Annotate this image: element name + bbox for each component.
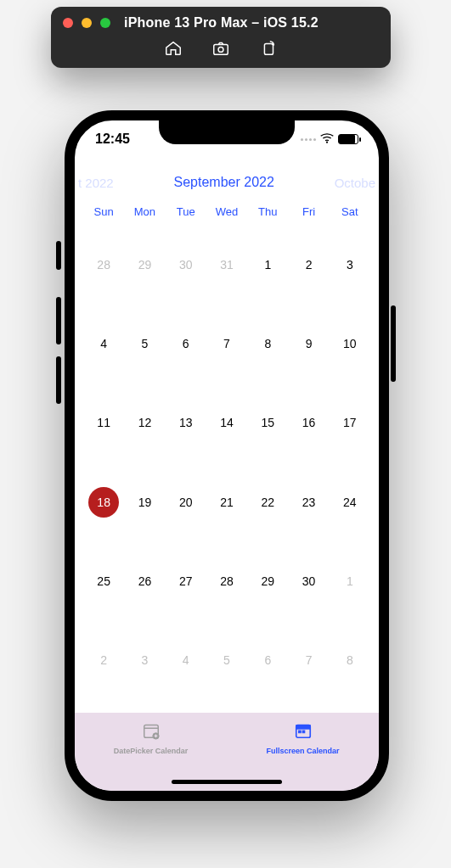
phone-volume-down [56, 356, 61, 404]
calendar-day[interactable]: 1 [247, 225, 288, 304]
calendar-day[interactable]: 25 [83, 541, 124, 620]
calendar-day[interactable]: 3 [124, 621, 165, 700]
svg-rect-8 [298, 731, 301, 733]
device-notch [159, 119, 295, 144]
rotate-icon[interactable] [259, 39, 278, 61]
calendar-week: 18192021222324 [83, 462, 370, 541]
calendar-day[interactable]: 8 [330, 621, 370, 700]
calendar-day[interactable]: 15 [247, 384, 288, 462]
weekday-header: SunMonTueWedThuFriSat [83, 205, 370, 225]
weekday-label: Sun [83, 205, 124, 218]
calendar-day[interactable]: 20 [166, 462, 206, 541]
calendar-day[interactable]: 7 [288, 621, 329, 700]
calendar-grid: 2829303112345678910111213141516171819202… [83, 225, 370, 700]
phone-silent-switch [56, 241, 61, 270]
svg-rect-0 [214, 44, 228, 54]
tab-bar: DatePicker Calendar Fullscreen Calendar [75, 713, 379, 791]
weekday-label: Wed [206, 205, 247, 218]
calendar-day[interactable]: 11 [83, 384, 124, 462]
calendar-day[interactable]: 23 [288, 462, 329, 541]
calendar-day[interactable]: 28 [206, 541, 247, 620]
month-header: t 2022 September 2022 Octobe [75, 158, 379, 205]
calendar-week: 2345678 [83, 621, 370, 700]
calendar-day[interactable]: 16 [288, 384, 329, 462]
tab-datepicker-calendar[interactable]: DatePicker Calendar [75, 721, 227, 755]
screenshot-icon[interactable] [211, 39, 230, 61]
weekday-label: Tue [166, 205, 206, 218]
window-zoom-traffic-light[interactable] [100, 18, 110, 28]
calendar-day[interactable]: 6 [247, 621, 288, 700]
calendar-day[interactable]: 24 [330, 462, 370, 541]
wifi-icon [320, 132, 334, 147]
calendar-day[interactable]: 3 [330, 225, 370, 304]
svg-rect-2 [264, 44, 273, 55]
calendar-day[interactable]: 8 [247, 304, 288, 383]
calendar-day[interactable]: 17 [330, 384, 370, 462]
simulator-title: iPhone 13 Pro Max – iOS 15.2 [124, 15, 319, 31]
calendar-day[interactable]: 14 [206, 384, 247, 462]
calendar-day[interactable]: 13 [166, 384, 206, 462]
simulator-toolbar: iPhone 13 Pro Max – iOS 15.2 [51, 7, 391, 68]
calendar-week: 45678910 [83, 304, 370, 383]
next-month-hint[interactable]: Octobe [335, 176, 375, 190]
weekday-label: Fri [288, 205, 329, 218]
calendar-day[interactable]: 7 [206, 304, 247, 383]
tab-fullscreen-calendar[interactable]: Fullscreen Calendar [227, 721, 379, 755]
calendar-day[interactable]: 21 [206, 462, 247, 541]
window-minimize-traffic-light[interactable] [82, 18, 92, 28]
calendar-day[interactable]: 30 [288, 541, 329, 620]
calendar-day[interactable]: 10 [330, 304, 370, 383]
calendar-day[interactable]: 27 [166, 541, 206, 620]
prev-month-hint[interactable]: t 2022 [78, 176, 114, 190]
phone-power-button [391, 305, 396, 382]
calendar-day[interactable]: 9 [288, 304, 329, 383]
window-close-traffic-light[interactable] [63, 18, 73, 28]
calendar-day[interactable]: 31 [206, 225, 247, 304]
svg-rect-7 [296, 725, 310, 730]
calendar-day[interactable]: 28 [83, 225, 124, 304]
calendar-day[interactable]: 22 [247, 462, 288, 541]
calendar-day[interactable]: 29 [247, 541, 288, 620]
calendar-day[interactable]: 29 [124, 225, 165, 304]
calendar-day[interactable]: 1 [330, 541, 370, 620]
tab-label: DatePicker Calendar [114, 747, 189, 755]
calendar-day[interactable]: 30 [166, 225, 206, 304]
calendar-day[interactable]: 2 [288, 225, 329, 304]
tab-label: Fullscreen Calendar [266, 747, 339, 755]
calendar-day[interactable]: 5 [124, 304, 165, 383]
calendar-day[interactable]: 4 [83, 304, 124, 383]
calendar-day-today[interactable]: 18 [83, 462, 124, 541]
calendar-day[interactable]: 6 [166, 304, 206, 383]
svg-point-3 [326, 142, 328, 143]
battery-icon [338, 134, 358, 144]
current-month[interactable]: September 2022 [174, 175, 274, 190]
weekday-label: Mon [124, 205, 165, 218]
calendar-day[interactable]: 12 [124, 384, 165, 462]
cellular-icon [301, 138, 316, 141]
calendar-week: 28293031123 [83, 225, 370, 304]
calendar-day[interactable]: 4 [166, 621, 206, 700]
calendar-day[interactable]: 26 [124, 541, 165, 620]
weekday-label: Thu [247, 205, 288, 218]
svg-rect-9 [302, 731, 305, 733]
home-icon[interactable] [164, 39, 183, 61]
svg-point-1 [218, 47, 223, 52]
calendar-add-icon [142, 721, 161, 743]
calendar-day[interactable]: 5 [206, 621, 247, 700]
phone-volume-up [56, 297, 61, 344]
calendar-week: 2526272829301 [83, 541, 370, 620]
calendar-icon [294, 721, 313, 743]
calendar-day[interactable]: 19 [124, 462, 165, 541]
home-indicator[interactable] [172, 780, 282, 784]
calendar-day[interactable]: 2 [83, 621, 124, 700]
weekday-label: Sat [330, 205, 370, 218]
status-time: 12:45 [95, 132, 130, 147]
calendar-week: 11121314151617 [83, 384, 370, 462]
device-frame: 12:45 t 2022 September 2022 Octobe SunMo… [65, 110, 389, 801]
